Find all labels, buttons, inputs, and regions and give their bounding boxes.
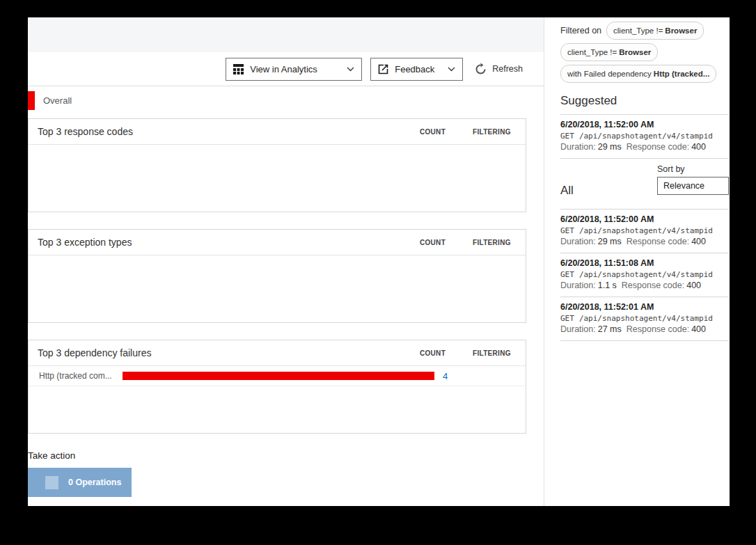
filter-chip-row: with Failed dependency Http (tracked...	[560, 65, 729, 83]
refresh-button[interactable]: Refresh	[474, 63, 523, 76]
refresh-icon	[474, 63, 487, 76]
dependency-failure-row[interactable]: Http (tracked com... 4	[29, 366, 526, 386]
duration-value: 29 ms	[598, 237, 622, 246]
top-exception-types-panel: Top 3 exception types COUNT FILTERING	[28, 229, 526, 323]
bar-track	[123, 372, 434, 380]
suggested-sample-item[interactable]: 6/20/2018, 11:52:00 AM GET/api/snapshota…	[560, 115, 729, 158]
duration-label: Duration:	[560, 142, 596, 152]
filter-chip[interactable]: with Failed dependency Http (tracked...	[560, 65, 716, 83]
dependency-count: 4	[443, 371, 448, 381]
operations-button-label: 0 Operations	[68, 477, 121, 487]
take-action-heading: Take action	[28, 450, 544, 461]
panel-header: Top 3 dependency failures COUNT FILTERIN…	[29, 340, 526, 366]
filtering-column-header: FILTERING	[473, 349, 514, 357]
operations-icon	[45, 476, 58, 489]
duration-value: 1.1 s	[598, 281, 617, 290]
sample-meta: Duration:29 msResponse code:400	[560, 237, 729, 247]
response-code-value: 400	[691, 324, 706, 334]
feedback-button[interactable]: Feedback	[370, 58, 463, 81]
response-code-value: 400	[691, 142, 706, 152]
overall-accent-bar	[28, 91, 35, 110]
sample-item[interactable]: 6/20/2018, 11:52:01 AM GET/api/snapshota…	[560, 297, 729, 340]
sample-request: GET/api/snapshotagent/v4/stampid	[560, 269, 729, 280]
filter-chip[interactable]: client_Type != Browser	[606, 22, 704, 40]
feedback-label: Feedback	[395, 64, 434, 74]
suggested-section-title: Suggested	[560, 94, 729, 108]
overall-label: Overall	[43, 95, 72, 106]
screen: View in Analytics Feedback	[0, 0, 756, 545]
sample-item[interactable]: 6/20/2018, 11:52:00 AM GET/api/snapshota…	[560, 210, 729, 253]
request-path: /api/snapshotagent/v4/stampid	[579, 226, 713, 235]
duration-label: Duration:	[560, 281, 596, 290]
response-code-label: Response code:	[627, 237, 689, 246]
chip-text: client_Type !=	[613, 26, 663, 35]
panel-title: Top 3 exception types	[38, 237, 132, 248]
chip-bold-text: Browser	[665, 26, 697, 35]
analytics-grid-icon	[233, 64, 244, 74]
sample-meta: Duration:29 msResponse code:400	[560, 142, 729, 152]
overall-section-header: Overall	[28, 91, 544, 110]
view-in-analytics-label: View in Analytics	[250, 64, 317, 74]
sample-request: GET/api/snapshotagent/v4/stampid	[560, 226, 729, 236]
toolbar: View in Analytics Feedback	[28, 52, 544, 86]
operations-button[interactable]: 0 Operations	[28, 468, 132, 497]
failures-blade: View in Analytics Feedback	[28, 17, 730, 506]
response-code-label: Response code:	[622, 281, 684, 290]
sample-timestamp: 6/20/2018, 11:52:00 AM	[560, 214, 729, 225]
filtering-column-header: FILTERING	[473, 128, 514, 136]
filter-chip[interactable]: client_Type != Browser	[560, 43, 658, 61]
all-section-header: All Sort by Relevance	[560, 159, 729, 209]
duration-value: 27 ms	[598, 324, 622, 334]
view-in-analytics-button[interactable]: View in Analytics	[226, 58, 362, 81]
http-method: GET	[560, 314, 574, 323]
main-content: View in Analytics Feedback	[28, 17, 544, 506]
header-band	[28, 17, 544, 52]
chip-bold-text: Browser	[619, 48, 651, 56]
count-column-header: COUNT	[420, 349, 473, 357]
top-response-codes-panel: Top 3 response codes COUNT FILTERING	[28, 118, 526, 212]
response-code-label: Response code:	[627, 324, 689, 334]
panel-title: Top 3 response codes	[38, 126, 133, 137]
all-section-title: All	[560, 184, 574, 197]
feedback-external-icon	[378, 64, 388, 74]
response-code-label: Response code:	[627, 142, 689, 152]
chip-text: client_Type !=	[567, 48, 617, 56]
filtered-on-row: Filtered on client_Type != Browser	[560, 22, 729, 40]
response-code-value: 400	[686, 281, 701, 290]
samples-sidebar: Filtered on client_Type != Browser clien…	[544, 17, 729, 506]
response-code-value: 400	[691, 237, 706, 246]
sort-by-label: Sort by	[657, 164, 729, 174]
divider	[560, 340, 729, 341]
dependency-bar	[123, 372, 434, 380]
sample-request: GET/api/snapshotagent/v4/stampid	[560, 313, 729, 324]
filtered-on-label: Filtered on	[560, 26, 601, 35]
sample-timestamp: 6/20/2018, 11:52:00 AM	[560, 120, 729, 130]
sample-meta: Duration:27 msResponse code:400	[560, 324, 729, 335]
sample-meta: Duration:1.1 sResponse code:400	[560, 281, 729, 291]
refresh-label: Refresh	[492, 64, 523, 74]
chevron-down-icon	[347, 67, 354, 72]
sample-item[interactable]: 6/20/2018, 11:51:08 AM GET/api/snapshota…	[560, 253, 729, 297]
request-path: /api/snapshotagent/v4/stampid	[579, 132, 713, 141]
filter-chip-row: client_Type != Browser	[560, 43, 729, 61]
duration-label: Duration:	[560, 324, 596, 334]
sample-request: GET/api/snapshotagent/v4/stampid	[560, 131, 729, 141]
sample-timestamp: 6/20/2018, 11:52:01 AM	[560, 302, 729, 313]
http-method: GET	[560, 226, 574, 235]
panel-header: Top 3 response codes COUNT FILTERING	[29, 119, 526, 145]
chip-text: with Failed dependency	[567, 70, 652, 78]
top-dependency-failures-panel: Top 3 dependency failures COUNT FILTERIN…	[28, 340, 526, 434]
dependency-label: Http (tracked com...	[39, 371, 123, 381]
filtering-column-header: FILTERING	[473, 239, 514, 246]
sort-by-dropdown[interactable]: Relevance	[657, 177, 729, 195]
sort-by-control: Sort by Relevance	[657, 159, 729, 195]
panel-title: Top 3 dependency failures	[38, 347, 151, 358]
count-column-header: COUNT	[420, 239, 473, 246]
duration-value: 29 ms	[598, 142, 622, 152]
column-headers: COUNT FILTERING	[420, 349, 514, 357]
http-method: GET	[560, 132, 574, 141]
chevron-down-icon	[448, 67, 455, 72]
request-path: /api/snapshotagent/v4/stampid	[579, 314, 713, 323]
column-headers: COUNT FILTERING	[420, 239, 514, 246]
column-headers: COUNT FILTERING	[420, 128, 514, 136]
